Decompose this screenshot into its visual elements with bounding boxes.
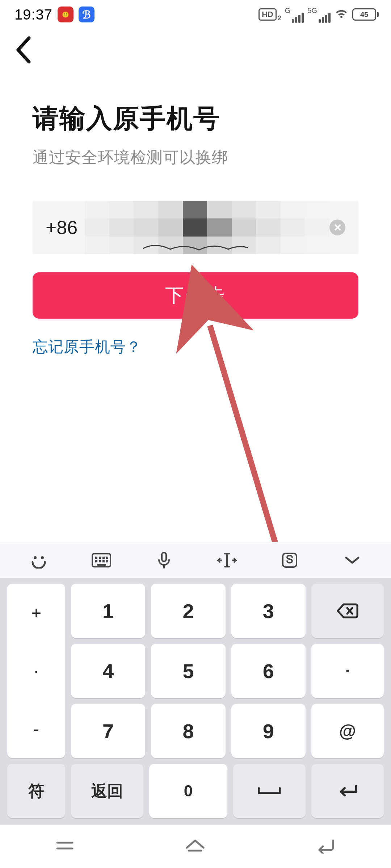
kb-key-7[interactable]: 7 — [71, 704, 145, 758]
kb-key-3[interactable]: 3 — [231, 584, 306, 638]
kb-left-column: + · - — [7, 584, 65, 758]
kb-key-4[interactable]: 4 — [71, 644, 145, 698]
kb-sogou-icon[interactable] — [258, 552, 321, 569]
kb-key-plus[interactable]: + — [7, 584, 65, 642]
svg-rect-9 — [99, 560, 101, 562]
app-icon-2: ℬ — [79, 7, 94, 22]
back-button[interactable] — [14, 36, 31, 65]
kb-emoji-icon[interactable] — [7, 552, 70, 569]
kb-key-0[interactable]: 0 — [149, 764, 227, 818]
kb-collapse-icon[interactable] — [321, 555, 384, 566]
status-left: 19:37 🙂 ℬ — [14, 7, 94, 23]
kb-key-5[interactable]: 5 — [151, 644, 225, 698]
main-content: 请输入原手机号 通过安全环境检测可以换绑 +86 ✕ 下一步 忘记原手机号？ — [0, 72, 391, 357]
svg-rect-4 — [95, 557, 97, 559]
phone-input[interactable]: +86 ✕ — [33, 201, 358, 254]
kb-key-sym[interactable]: 符 — [7, 764, 65, 818]
clear-icon[interactable]: ✕ — [329, 220, 345, 235]
next-button[interactable]: 下一步 — [33, 272, 358, 319]
svg-point-1 — [34, 556, 37, 559]
svg-rect-5 — [99, 557, 101, 559]
kb-key-backspace[interactable] — [311, 584, 384, 638]
scribble — [141, 241, 250, 252]
kb-key-space[interactable] — [233, 764, 306, 818]
wifi-icon — [334, 8, 349, 21]
page-subtitle: 通过安全环境检测可以换绑 — [33, 147, 358, 168]
kb-key-enter[interactable] — [311, 764, 384, 818]
signal-2: 5G — [307, 7, 331, 23]
status-right: HD 2 G 5G 45 — [258, 7, 379, 23]
svg-point-2 — [41, 556, 44, 559]
nav-bar — [0, 825, 391, 868]
kb-cursor-icon[interactable] — [196, 552, 258, 568]
keyboard: + · - 1 2 3 · @ 4 5 6 7 8 9 ( 符 返回 0 — [0, 542, 391, 825]
clock: 19:37 — [14, 7, 52, 23]
signal-1: G — [285, 7, 304, 23]
svg-rect-13 — [162, 553, 166, 561]
battery-indicator: 45 — [352, 8, 379, 21]
kb-key-at[interactable]: @ — [311, 704, 384, 758]
svg-rect-6 — [102, 557, 105, 559]
page-title: 请输入原手机号 — [33, 101, 358, 136]
kb-key-right-dot[interactable]: · — [311, 644, 384, 698]
keyboard-toolbar — [0, 542, 391, 578]
kb-key-2[interactable]: 2 — [151, 584, 225, 638]
kb-keyboard-icon[interactable] — [70, 553, 133, 568]
keyboard-main: + · - 1 2 3 · @ 4 5 6 7 8 9 — [0, 578, 391, 764]
nav-back-icon[interactable] — [315, 838, 337, 855]
svg-rect-12 — [97, 564, 106, 566]
kb-mic-icon[interactable] — [133, 551, 196, 569]
kb-key-dot[interactable]: · — [7, 642, 65, 700]
nav-home-icon[interactable] — [184, 838, 206, 855]
app-icon-1: 🙂 — [58, 7, 73, 22]
svg-rect-8 — [95, 560, 97, 562]
kb-right-column: · @ — [311, 584, 384, 758]
svg-rect-10 — [102, 560, 105, 562]
svg-rect-7 — [106, 557, 108, 559]
hd-indicator: HD 2 — [258, 8, 281, 21]
country-code[interactable]: +86 — [46, 217, 77, 238]
kb-key-6[interactable]: 6 — [231, 644, 306, 698]
kb-key-minus[interactable]: - — [7, 700, 65, 758]
forgot-link[interactable]: 忘记原手机号？ — [33, 337, 358, 357]
kb-key-1[interactable]: 1 — [71, 584, 145, 638]
kb-key-9[interactable]: 9 — [231, 704, 306, 758]
svg-rect-11 — [106, 560, 108, 562]
status-bar: 19:37 🙂 ℬ HD 2 G 5G 45 — [0, 0, 391, 29]
nav-menu-icon[interactable] — [54, 838, 75, 854]
kb-key-8[interactable]: 8 — [151, 704, 225, 758]
topbar — [0, 29, 391, 72]
keyboard-bottom-row: 符 返回 0 — [0, 764, 391, 825]
kb-key-back[interactable]: 返回 — [71, 764, 143, 818]
